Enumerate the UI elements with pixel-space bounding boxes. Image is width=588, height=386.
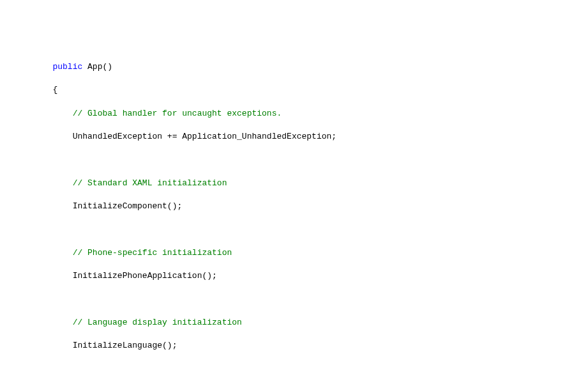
comment: // Language display initialization xyxy=(73,318,242,327)
statement: InitializePhoneApplication(); xyxy=(73,271,217,281)
comment: // Global handler for uncaught exception… xyxy=(73,109,282,118)
code-line: // Language display initialization xyxy=(13,317,588,328)
comment: // Phone-specific initialization xyxy=(73,248,232,258)
code-line: // Standard XAML initialization xyxy=(13,178,588,189)
blank-line xyxy=(13,224,588,236)
code-line: { xyxy=(13,84,588,96)
code-line: // Phone-specific initialization xyxy=(13,247,588,259)
blank-line xyxy=(13,154,588,166)
code-line: InitializeLanguage(); xyxy=(13,340,588,351)
code-line: InitializePhoneApplication(); xyxy=(13,270,588,282)
statement: InitializeComponent(); xyxy=(73,201,183,211)
method-name: App() xyxy=(82,62,112,72)
comment: // Standard XAML initialization xyxy=(73,178,227,188)
code-editor-area[interactable]: public App() { // Global handler for unc… xyxy=(13,50,588,386)
blank-line xyxy=(13,294,588,305)
statement: UnhandledException += Application_Unhand… xyxy=(73,132,336,141)
code-line: InitializeComponent(); xyxy=(13,201,588,212)
keyword: public xyxy=(52,62,82,72)
code-line: public App() xyxy=(13,61,588,73)
code-line: UnhandledException += Application_Unhand… xyxy=(13,131,588,143)
statement: InitializeLanguage(); xyxy=(73,341,177,350)
brace: { xyxy=(52,85,57,95)
blank-line xyxy=(13,364,588,375)
code-line: // Global handler for uncaught exception… xyxy=(13,108,588,120)
